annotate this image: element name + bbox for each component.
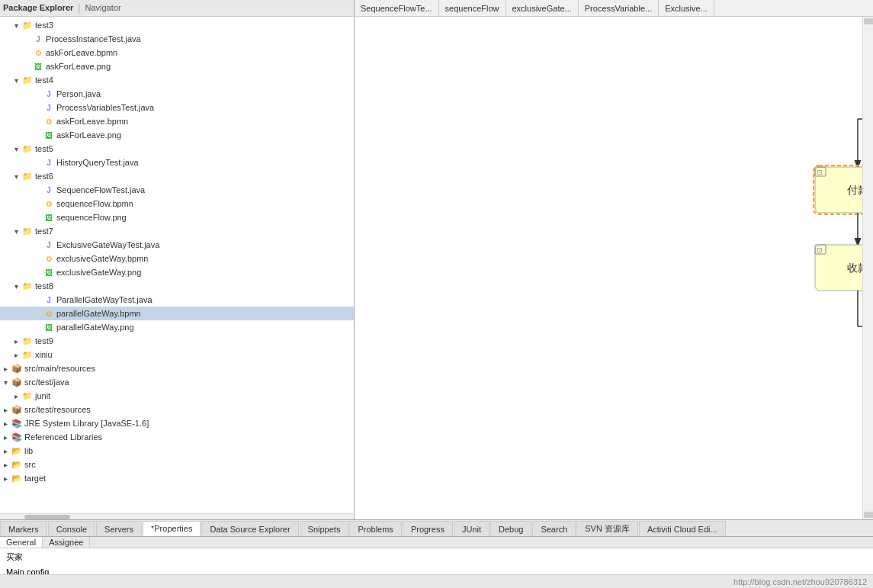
tree-item-parallelGateWayTest[interactable]: JParallelGateWayTest.java bbox=[0, 293, 354, 307]
tree-item-processVariablesTest[interactable]: JProcessVariablesTest.java bbox=[0, 101, 354, 114]
bottom-tab-debug[interactable]: Debug bbox=[490, 521, 531, 536]
tree-toggle[interactable]: ▾ bbox=[11, 281, 21, 291]
tree-item-target[interactable]: ▸📂target bbox=[0, 471, 354, 485]
bottom-tab-markers[interactable]: Markers bbox=[0, 521, 47, 536]
tree-icon-java: J bbox=[43, 184, 55, 196]
content-area: ▾📁test3JProcessInstanceTest.java⚙askForL… bbox=[0, 17, 873, 519]
tree-item-jreSystemLibrary[interactable]: ▸📚JRE System Library [JavaSE-1.6] bbox=[0, 416, 354, 430]
prop-tab-assignee[interactable]: Assignee bbox=[43, 537, 90, 548]
tree-view[interactable]: ▾📁test3JProcessInstanceTest.java⚙askForL… bbox=[0, 17, 354, 513]
package-explorer-title: Package Explorer bbox=[3, 3, 73, 12]
tree-toggle[interactable]: ▸ bbox=[11, 349, 21, 360]
tree-item-lib[interactable]: ▸📂lib bbox=[0, 444, 354, 458]
tree-icon-folder: 📁 bbox=[21, 280, 34, 292]
tree-toggle[interactable]: ▸ bbox=[0, 473, 11, 484]
tree-item-test4[interactable]: ▾📁test4 bbox=[0, 73, 354, 87]
tree-label: sequenceFlow.bpmn bbox=[56, 199, 133, 208]
bottom-tab-activiti[interactable]: Activiti Cloud Edi... bbox=[639, 521, 726, 536]
tree-label: test8 bbox=[35, 281, 53, 291]
tree-toggle bbox=[32, 198, 43, 209]
task-shoukuan-label[interactable]: 收款 bbox=[847, 262, 862, 274]
tree-item-test6[interactable]: ▾📁test6 bbox=[0, 169, 354, 183]
tree-toggle[interactable]: ▸ bbox=[0, 445, 11, 456]
tree-label: ParallelGateWayTest.java bbox=[56, 295, 152, 304]
tree-item-sequenceFlow_bpmn[interactable]: ⚙sequenceFlow.bpmn bbox=[0, 197, 354, 210]
tree-item-sequenceFlow_png[interactable]: 🖼sequenceFlow.png bbox=[0, 210, 354, 224]
tree-label: src/main/resources bbox=[24, 364, 95, 373]
tree-item-referencedLibraries[interactable]: ▸📚Referenced Libraries bbox=[0, 430, 354, 444]
tree-toggle[interactable]: ▸ bbox=[0, 363, 11, 374]
tree-item-exclusiveGateWayTest[interactable]: JExclusiveGateWayTest.java bbox=[0, 238, 354, 252]
tree-icon-srcfolder: 📦 bbox=[11, 362, 23, 374]
tree-item-parallelGateWay_bpmn[interactable]: ⚙parallelGateWay.bpmn bbox=[0, 307, 354, 320]
tree-item-test5[interactable]: ▾📁test5 bbox=[0, 142, 354, 156]
top-tab-sequenceFlow[interactable]: sequenceFlow bbox=[439, 0, 506, 17]
tree-item-xiniu[interactable]: ▸📁xiniu bbox=[0, 348, 354, 361]
bottom-tab-snippets[interactable]: Snippets bbox=[300, 521, 349, 536]
tree-toggle[interactable]: ▸ bbox=[0, 404, 11, 415]
tree-item-junit[interactable]: ▸📁junit bbox=[0, 389, 354, 403]
tree-item-src[interactable]: ▸📂src bbox=[0, 458, 354, 471]
tree-item-sequenceFlowTest_java[interactable]: JSequenceFlowTest.java bbox=[0, 183, 354, 197]
bottom-tab-progress[interactable]: Progress bbox=[403, 521, 453, 536]
right-area: + ⊡ 付款 bbox=[355, 17, 873, 519]
tree-item-parallelGateWay_png[interactable]: 🖼parallelGateWay.png bbox=[0, 320, 354, 334]
tree-toggle[interactable]: ▸ bbox=[11, 336, 21, 346]
tree-toggle[interactable]: ▸ bbox=[0, 418, 11, 429]
bottom-tab-problems[interactable]: Problems bbox=[349, 521, 401, 536]
bottom-tab-junit[interactable]: JUnit bbox=[454, 521, 489, 536]
tree-item-exclusiveGateWay_png[interactable]: 🖼exclusiveGateWay.png bbox=[0, 265, 354, 279]
tree-toggle bbox=[32, 102, 43, 113]
tree-item-askForLeave_png1[interactable]: 🖼askForLeave.png bbox=[0, 59, 354, 73]
task-fukuan-label[interactable]: 付款 bbox=[846, 184, 862, 196]
tree-item-exclusiveGateWay_bpmn[interactable]: ⚙exclusiveGateWay.bpmn bbox=[0, 252, 354, 265]
tree-icon-library: 📚 bbox=[11, 417, 23, 429]
tree-item-askForLeave_bpmn1[interactable]: ⚙askForLeave.bpmn bbox=[0, 46, 354, 59]
tree-item-test3[interactable]: ▾📁test3 bbox=[0, 18, 354, 32]
tree-toggle[interactable]: ▾ bbox=[11, 143, 21, 154]
tree-toggle[interactable]: ▾ bbox=[11, 171, 21, 182]
tree-label: test4 bbox=[35, 76, 53, 85]
tree-item-askForLeave_bpmn2[interactable]: ⚙askForLeave.bpmn bbox=[0, 114, 354, 128]
tree-toggle[interactable]: ▾ bbox=[0, 377, 11, 387]
tree-icon-folder: 📁 bbox=[21, 74, 34, 86]
tree-item-test9[interactable]: ▸📁test9 bbox=[0, 334, 354, 348]
tree-icon-java: J bbox=[43, 101, 55, 114]
tree-item-srcMainResources[interactable]: ▸📦src/main/resources bbox=[0, 361, 354, 375]
top-tab-sequenceFlowTest[interactable]: SequenceFlowTe... bbox=[355, 0, 439, 17]
bottom-tab-svn[interactable]: SVN 资源库 bbox=[576, 521, 638, 536]
top-tab-exclusive[interactable]: Exclusive... bbox=[659, 0, 714, 17]
bottom-tab-properties[interactable]: *Properties bbox=[143, 521, 201, 536]
tree-icon-png: 🖼 bbox=[32, 60, 44, 72]
prop-tab-general[interactable]: General bbox=[0, 537, 43, 548]
bottom-tab-search[interactable]: Search bbox=[532, 521, 576, 536]
tree-label: src bbox=[24, 460, 36, 469]
tree-item-processInstanceTest[interactable]: JProcessInstanceTest.java bbox=[0, 32, 354, 46]
tree-item-srcTestJava[interactable]: ▾📦src/test/java bbox=[0, 375, 354, 389]
tree-toggle[interactable]: ▾ bbox=[11, 20, 21, 31]
tree-icon-bpmn: ⚙ bbox=[43, 252, 55, 265]
tree-item-askForLeave_png2[interactable]: 🖼askForLeave.png bbox=[0, 128, 354, 142]
tree-toggle bbox=[32, 130, 43, 140]
tree-item-test8[interactable]: ▾📁test8 bbox=[0, 279, 354, 293]
tree-item-test7[interactable]: ▾📁test7 bbox=[0, 224, 354, 238]
bottom-tab-servers[interactable]: Servers bbox=[96, 521, 142, 536]
tree-label: ProcessInstanceTest.java bbox=[46, 34, 141, 43]
tree-toggle[interactable]: ▾ bbox=[11, 75, 21, 85]
top-tab-exclusiveGate[interactable]: exclusiveGate... bbox=[506, 0, 579, 17]
tree-toggle[interactable]: ▸ bbox=[11, 390, 21, 401]
bottom-tab-dataSource[interactable]: Data Source Explorer bbox=[201, 521, 298, 536]
diagram-vscrollbar[interactable] bbox=[862, 17, 873, 519]
tree-toggle[interactable]: ▸ bbox=[0, 459, 11, 470]
top-tab-processVariable[interactable]: ProcessVariable... bbox=[579, 0, 659, 17]
tree-label: test9 bbox=[35, 336, 53, 345]
tree-item-person_java[interactable]: JPerson.java bbox=[0, 87, 354, 101]
tree-icon-png: 🖼 bbox=[43, 266, 55, 278]
bpmn-diagram: + ⊡ 付款 bbox=[355, 17, 862, 519]
tree-toggle[interactable]: ▸ bbox=[0, 432, 11, 442]
bottom-tab-console[interactable]: Console bbox=[48, 521, 95, 536]
tree-item-historyQueryTest[interactable]: JHistoryQueryTest.java bbox=[0, 156, 354, 169]
tree-toggle[interactable]: ▾ bbox=[11, 226, 21, 236]
tree-item-srcTestResources[interactable]: ▸📦src/test/resources bbox=[0, 403, 354, 416]
tree-label: exclusiveGateWay.bpmn bbox=[56, 254, 148, 263]
